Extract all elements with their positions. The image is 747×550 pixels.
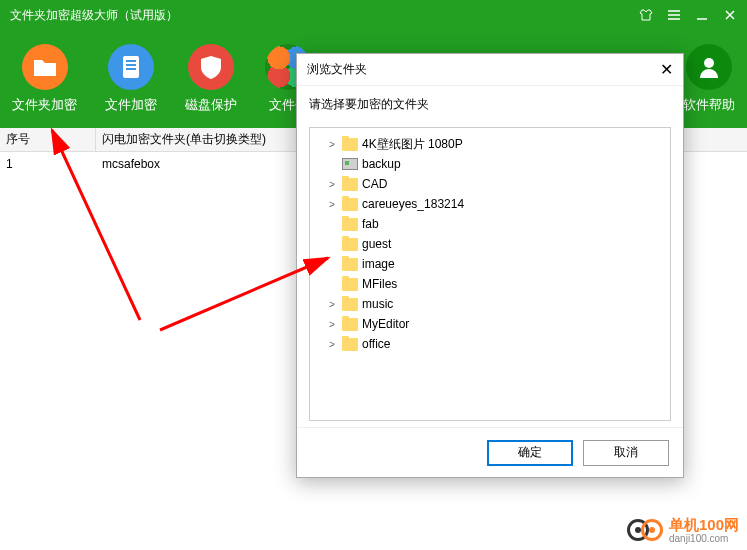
folder-icon [342,298,358,311]
cancel-button[interactable]: 取消 [583,440,669,466]
tool-label: 文件夹加密 [12,96,77,114]
tool-label: 软件帮助 [683,96,735,114]
svg-rect-2 [126,64,136,66]
tree-item[interactable]: >CAD [310,174,670,194]
watermark-en: danji100.com [669,533,739,544]
svg-point-4 [704,58,714,68]
expand-icon[interactable]: > [326,199,338,210]
minimize-icon[interactable] [695,8,709,22]
close-icon[interactable] [723,8,737,22]
expand-icon[interactable]: > [326,139,338,150]
watermark-logo-icon [627,519,663,541]
shield-icon [188,44,234,90]
folder-icon [342,198,358,211]
tree-item[interactable]: backup [310,154,670,174]
dialog-title: 浏览文件夹 [307,61,367,78]
window-controls [639,8,737,22]
file-encrypt-button[interactable]: 文件加密 [105,44,157,114]
disk-protect-button[interactable]: 磁盘保护 [185,44,237,114]
svg-rect-1 [126,60,136,62]
tree-label: backup [362,157,401,171]
dialog-close-icon[interactable]: ✕ [660,60,673,79]
folder-icon [342,278,358,291]
browse-folder-dialog: 浏览文件夹 ✕ 请选择要加密的文件夹 >4K壁纸图片 1080Pbackup>C… [296,53,684,478]
expand-icon[interactable]: > [326,339,338,350]
folder-icon [342,258,358,271]
folder-icon [342,218,358,231]
tree-item[interactable]: >4K壁纸图片 1080P [310,134,670,154]
tree-label: careueyes_183214 [362,197,464,211]
tree-item[interactable]: MFiles [310,274,670,294]
expand-icon[interactable]: > [326,299,338,310]
tree-label: MyEditor [362,317,409,331]
tree-label: CAD [362,177,387,191]
app-title: 文件夹加密超级大师（试用版） [10,7,178,24]
folder-icon [342,178,358,191]
tree-item[interactable]: guest [310,234,670,254]
tree-label: music [362,297,393,311]
tree-item[interactable]: >careueyes_183214 [310,194,670,214]
tree-item[interactable]: image [310,254,670,274]
folder-icon [342,238,358,251]
folder-tree[interactable]: >4K壁纸图片 1080Pbackup>CAD>careueyes_183214… [309,127,671,421]
watermark-cn: 单机100网 [669,517,739,534]
expand-icon[interactable]: > [326,319,338,330]
skin-icon[interactable] [639,8,653,22]
col-seq[interactable]: 序号 [0,128,96,151]
tool-label: 文件加密 [105,96,157,114]
disk-icon [342,158,358,170]
folder-icon [22,44,68,90]
tree-label: 4K壁纸图片 1080P [362,136,463,153]
folder-icon [342,318,358,331]
user-icon [686,44,732,90]
folder-icon [342,338,358,351]
tree-label: image [362,257,395,271]
tree-label: guest [362,237,391,251]
dialog-buttons: 确定 取消 [297,427,683,477]
folder-icon [342,138,358,151]
menu-icon[interactable] [667,8,681,22]
tree-label: fab [362,217,379,231]
file-icon [108,44,154,90]
tree-label: MFiles [362,277,397,291]
dialog-titlebar: 浏览文件夹 ✕ [297,54,683,86]
tree-label: office [362,337,390,351]
folder-encrypt-button[interactable]: 文件夹加密 [12,44,77,114]
cell-seq: 1 [0,157,96,171]
svg-rect-0 [123,56,139,78]
tree-item[interactable]: >MyEditor [310,314,670,334]
svg-rect-3 [126,68,136,70]
help-button[interactable]: 软件帮助 [683,44,735,114]
expand-icon[interactable]: > [326,179,338,190]
dialog-hint: 请选择要加密的文件夹 [297,86,683,121]
tree-item[interactable]: >office [310,334,670,354]
watermark: 单机100网 danji100.com [627,517,739,545]
tree-item[interactable]: fab [310,214,670,234]
titlebar: 文件夹加密超级大师（试用版） [0,0,747,30]
tool-label: 磁盘保护 [185,96,237,114]
ok-button[interactable]: 确定 [487,440,573,466]
tree-item[interactable]: >music [310,294,670,314]
